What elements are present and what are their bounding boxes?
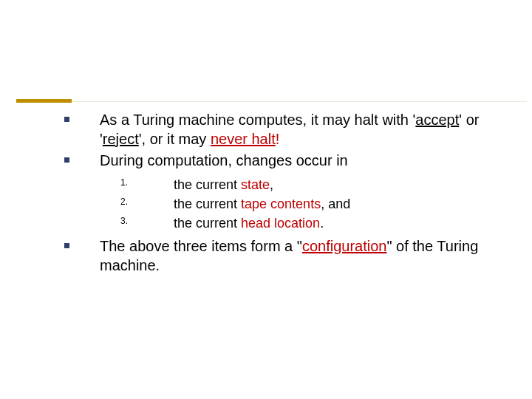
keyword-configuration: configuration xyxy=(302,238,387,254)
main-bullet-list: As a Turing machine computes, it may hal… xyxy=(41,111,514,171)
keyword-accept: accept xyxy=(415,112,459,128)
square-bullet-icon xyxy=(64,157,69,163)
bullet-item-2: During computation, changes occur in xyxy=(41,151,514,171)
list-number: 1. xyxy=(120,177,128,189)
text: the current xyxy=(174,216,241,231)
numbered-list: 1. the current state, 2. the current tap… xyxy=(41,175,514,233)
bullet-item-1: As a Turing machine computes, it may hal… xyxy=(41,111,514,149)
square-bullet-icon xyxy=(64,243,69,248)
accent-bar xyxy=(16,99,72,103)
text: The above three items form a " xyxy=(100,238,302,254)
list-number: 2. xyxy=(120,196,128,208)
text: , xyxy=(270,177,273,192)
list-number: 3. xyxy=(120,215,128,228)
numbered-item-1: 1. the current state, xyxy=(41,175,514,194)
keyword-tape-contents: tape contents xyxy=(241,197,321,211)
numbered-item-2: 2. the current tape contents, and xyxy=(41,194,514,214)
numbered-item-3: 3. the current head location. xyxy=(41,214,514,233)
text: the current xyxy=(174,177,241,192)
text: . xyxy=(320,216,324,231)
text: ', or it may xyxy=(139,131,211,147)
accent-bar-trail xyxy=(72,101,527,102)
text: the current xyxy=(174,197,241,211)
square-bullet-icon xyxy=(64,117,69,122)
slide-content: As a Turing machine computes, it may hal… xyxy=(41,111,514,278)
bullet-item-3: The above three items form a "configurat… xyxy=(41,237,514,275)
keyword-head-location: head location xyxy=(241,216,320,231)
text: During computation, changes occur in xyxy=(100,152,348,168)
slide: As a Turing machine computes, it may hal… xyxy=(0,0,532,399)
keyword-state: state xyxy=(241,177,270,192)
text: ! xyxy=(276,131,280,147)
closing-bullet-list: The above three items form a "configurat… xyxy=(41,237,514,275)
keyword-never-halt: never halt xyxy=(211,131,276,147)
text: As a Turing machine computes, it may hal… xyxy=(100,112,415,128)
text: , and xyxy=(321,197,350,211)
keyword-reject: reject xyxy=(103,131,139,147)
